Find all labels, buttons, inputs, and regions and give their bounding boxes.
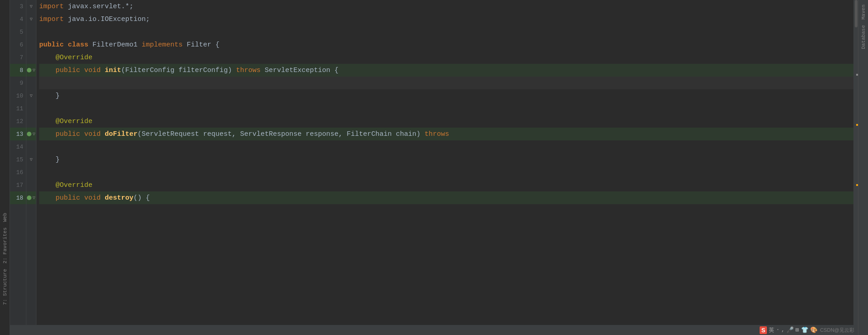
line-num-3: 3 [20, 3, 23, 10]
token: throws [236, 67, 265, 74]
line-num-7: 7 [20, 54, 23, 61]
token: class [68, 41, 92, 49]
token: ( [138, 130, 142, 138]
shirt-icon: 👕 [801, 326, 808, 334]
scrollbar[interactable] [853, 0, 858, 335]
token-throws: throws [424, 130, 449, 138]
scrollbar-thumb[interactable] [855, 0, 858, 27]
line-num-13: 13 [16, 131, 23, 138]
token: ) [416, 130, 424, 138]
line-number-row: 8 [10, 64, 26, 77]
code-line-15: } [39, 153, 853, 166]
line-number-row: 12 [10, 115, 26, 128]
token: FilterChain [347, 130, 396, 138]
line-num-4: 4 [20, 16, 23, 23]
token: ServletRequest [142, 130, 203, 138]
fold-icon-3[interactable]: ▽ [30, 4, 32, 9]
code-line-12: @Override [39, 115, 853, 128]
line-number-row: 10 [10, 89, 26, 102]
sidebar-label-structure[interactable]: 7: Structure [1, 266, 9, 308]
code-line-18: public void destroy() { [39, 191, 853, 204]
code-line-3: import javax.servlet.*; [39, 0, 853, 13]
token [39, 130, 56, 138]
fold-icon-10[interactable]: ▽ [30, 93, 32, 98]
sidebar-label-favorites[interactable]: 2: Favorites [1, 225, 9, 266]
sidebar-tab-maven[interactable]: Maven [860, 2, 867, 22]
code-line-7: @Override [39, 51, 853, 64]
fold-icon-18[interactable]: ▽ [32, 195, 35, 201]
fold-icon-15[interactable]: ▽ [30, 157, 32, 162]
author-label: CSDN@见云彩 [820, 327, 854, 334]
token: request [203, 130, 232, 138]
token: } [39, 92, 60, 100]
gutter-row-12 [26, 115, 36, 128]
breakpoint-icon-8[interactable] [27, 68, 31, 72]
token [39, 79, 72, 87]
gutter-row-7 [26, 51, 36, 64]
palette-icon: 🎨 [810, 326, 817, 334]
right-sidebar: Maven Database [858, 0, 868, 335]
line-numbers: 3 4 5 6 7 8 9 [10, 0, 26, 335]
bottom-bar: S 英 · , 🎤 ⊞ 👕 🎨 CSDN@见云彩 [10, 325, 858, 335]
line-number-row: 11 [10, 102, 26, 115]
gutter-row-9 [26, 77, 36, 89]
breakpoint-icon-18[interactable] [27, 196, 31, 200]
token: javax.servlet.*; [68, 3, 133, 10]
fold-icon-8[interactable]: ▽ [32, 67, 35, 73]
gutter-row-13: ▽ [26, 128, 36, 140]
line-num-10: 10 [16, 93, 23, 99]
token: () { [133, 194, 150, 202]
code-line-17: @Override [39, 179, 853, 191]
token: FilterDemo1 [92, 41, 142, 49]
gutter-row-4: ▽ [26, 13, 36, 26]
watermark-comma: , [781, 327, 785, 333]
line-number-row: 4 [10, 13, 26, 26]
line-number-row: 6 [10, 38, 26, 51]
code-line-8: public void init(FilterConfig filterConf… [39, 64, 853, 77]
gutter-row-6 [26, 38, 36, 51]
token: , [232, 130, 240, 138]
sidebar-tab-database[interactable]: Database [860, 22, 867, 52]
token: void [84, 67, 105, 74]
breakpoint-icon-13[interactable] [27, 132, 31, 136]
token: ( [121, 67, 125, 74]
fold-icon-4[interactable]: ▽ [30, 16, 32, 22]
token: void [84, 130, 105, 138]
code-line-14 [39, 140, 853, 153]
token: public [56, 194, 84, 202]
line-number-row: 5 [10, 26, 26, 38]
watermark-area: S 英 · , 🎤 ⊞ 👕 🎨 [760, 326, 817, 334]
gutter-row-3: ▽ [26, 0, 36, 13]
token: java.io.IOException; [68, 15, 150, 23]
token: , [338, 130, 347, 138]
gutter: ▽ ▽ ▽ ▽ [26, 0, 36, 335]
token: Filter { [187, 41, 220, 49]
token: public [39, 41, 68, 49]
watermark-dot: · [776, 327, 779, 333]
code-line-5 [39, 26, 853, 38]
code-line-11 [39, 102, 853, 115]
token [39, 67, 56, 74]
fold-icon-13[interactable]: ▽ [32, 131, 35, 137]
line-num-14: 14 [16, 144, 23, 150]
token: @Override [39, 54, 92, 62]
token: public [56, 67, 84, 74]
token: chain [396, 130, 416, 138]
code-line-4: import java.io.IOException; [39, 13, 853, 26]
line-number-row: 17 [10, 179, 26, 191]
line-number-row: 14 [10, 140, 26, 153]
gutter-row-15: ▽ [26, 153, 36, 166]
line-number-row: 15 [10, 153, 26, 166]
sidebar-label-web[interactable]: Web [1, 210, 9, 225]
code-line-10: } [39, 89, 853, 102]
code-line-13: public void doFilter(ServletRequest requ… [39, 128, 853, 140]
line-number-row: 18 [10, 191, 26, 204]
gutter-row-17 [26, 179, 36, 191]
token: init [105, 67, 121, 74]
line-num-5: 5 [20, 29, 23, 36]
code-lines[interactable]: import javax.servlet.*; import java.io.I… [36, 0, 853, 335]
token [39, 194, 56, 202]
gutter-row-16 [26, 166, 36, 179]
token: ) [228, 67, 236, 74]
code-line-9 [39, 77, 853, 89]
